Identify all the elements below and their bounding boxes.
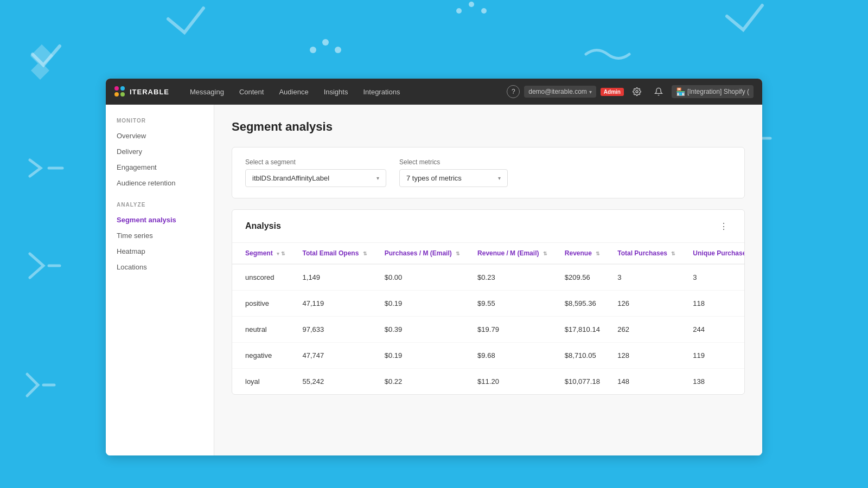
table-body: unscored 1,149 $0.00 $0.23 $209.56 3 3 $…	[232, 264, 745, 394]
sidebar-item-engagement[interactable]: Engagement	[106, 159, 214, 175]
col-purchases-m-email[interactable]: Purchases / M (Email) ⇅	[376, 243, 469, 264]
total-purchases-sort-icon: ⇅	[671, 251, 675, 256]
analysis-card: Analysis ⋮ Segment ▾ ⇅ Total Email Opens	[232, 209, 745, 395]
logo-dot-pink	[114, 86, 119, 91]
cell-revenue-m-1: $9.55	[469, 291, 556, 317]
sidebar-item-audience-retention[interactable]: Audience retention	[106, 175, 214, 191]
metrics-select[interactable]: 7 types of metrics ▾	[399, 169, 508, 187]
sidebar-item-segment-analysis[interactable]: Segment analysis	[106, 212, 214, 228]
analyze-label: ANALYZE	[106, 202, 214, 212]
sidebar-item-delivery[interactable]: Delivery	[106, 144, 214, 159]
cell-purchases-3: $0.19	[376, 343, 469, 369]
sidebar-item-heatmap[interactable]: Heatmap	[106, 243, 214, 259]
nav-items: Messaging Content Audience Insights Inte…	[182, 79, 507, 105]
revenue-sort-icon: ⇅	[596, 251, 600, 256]
col-total-purchases[interactable]: Total Purchases ⇅	[609, 243, 684, 264]
cell-total-opens-0: 1,149	[294, 264, 376, 291]
svg-point-6	[469, 2, 474, 7]
analysis-table: Segment ▾ ⇅ Total Email Opens ⇅ Purchase…	[232, 243, 745, 394]
main-layout: MONITOR Overview Delivery Engagement Aud…	[106, 105, 762, 455]
segment-filter-label: Select a segment	[245, 158, 386, 166]
filter-bar: Select a segment itblDS.brandAffinityLab…	[232, 147, 745, 198]
table-row: unscored 1,149 $0.00 $0.23 $209.56 3 3 $…	[232, 264, 745, 291]
cell-total-purchases-1: 126	[609, 291, 684, 317]
sidebar-item-overview[interactable]: Overview	[106, 128, 214, 144]
nav-project[interactable]: 🏪 [Integration] Shopify (	[672, 85, 754, 98]
col-unique-purchases[interactable]: Unique Purchases ⇅	[684, 243, 745, 264]
svg-rect-0	[30, 44, 53, 67]
cell-revenue-m-2: $19.79	[469, 317, 556, 343]
cell-segment-2: neutral	[232, 317, 294, 343]
app-container: ITERABLE Messaging Content Audience Insi…	[106, 79, 762, 455]
metrics-select-value: 7 types of metrics	[406, 174, 462, 182]
cell-segment-4: loyal	[232, 369, 294, 395]
cell-total-purchases-0: 3	[609, 264, 684, 291]
svg-rect-1	[31, 61, 49, 80]
cell-revenue-1: $8,595.36	[556, 291, 609, 317]
sidebar: MONITOR Overview Delivery Engagement Aud…	[106, 105, 214, 455]
metrics-filter-label: Select metrics	[399, 158, 508, 166]
nav-item-audience[interactable]: Audience	[271, 79, 316, 105]
monitor-label: MONITOR	[106, 118, 214, 128]
nav-item-content[interactable]: Content	[232, 79, 272, 105]
svg-point-18	[636, 91, 638, 93]
nav-item-messaging[interactable]: Messaging	[182, 79, 232, 105]
svg-point-7	[481, 8, 487, 14]
sidebar-item-time-series[interactable]: Time series	[106, 228, 214, 243]
cell-revenue-m-3: $9.68	[469, 343, 556, 369]
total-opens-sort-icon: ⇅	[363, 251, 367, 256]
cell-purchases-4: $0.22	[376, 369, 469, 395]
help-icon[interactable]: ?	[507, 85, 520, 98]
page-title: Segment analysis	[232, 120, 745, 134]
svg-point-2	[310, 47, 316, 53]
table-row: negative 47,747 $0.19 $9.68 $8,710.05 12…	[232, 343, 745, 369]
segment-select[interactable]: itblDS.brandAffinityLabel ▾	[245, 169, 386, 187]
cell-unique-purchases-1: 118	[684, 291, 745, 317]
cell-total-opens-3: 47,747	[294, 343, 376, 369]
col-revenue[interactable]: Revenue ⇅	[556, 243, 609, 264]
analysis-header: Analysis ⋮	[232, 210, 744, 243]
revenue-m-sort-icon: ⇅	[543, 251, 547, 256]
cell-total-opens-4: 55,242	[294, 369, 376, 395]
admin-badge: Admin	[601, 88, 624, 96]
table-row: neutral 97,633 $0.39 $19.79 $17,810.14 2…	[232, 317, 745, 343]
cell-total-opens-1: 47,119	[294, 291, 376, 317]
more-options-button[interactable]: ⋮	[716, 219, 731, 234]
cell-revenue-4: $10,077.18	[556, 369, 609, 395]
nav-item-integrations[interactable]: Integrations	[355, 79, 407, 105]
col-revenue-m-email[interactable]: Revenue / M (Email) ⇅	[469, 243, 556, 264]
table-row: positive 47,119 $0.19 $9.55 $8,595.36 12…	[232, 291, 745, 317]
cell-revenue-3: $8,710.05	[556, 343, 609, 369]
cell-purchases-1: $0.19	[376, 291, 469, 317]
segment-chevron-icon: ▾	[376, 175, 379, 181]
segment-filter-group: Select a segment itblDS.brandAffinityLab…	[245, 158, 386, 187]
logo-text: ITERABLE	[130, 88, 169, 96]
sidebar-item-locations[interactable]: Locations	[106, 259, 214, 275]
cell-unique-purchases-0: 3	[684, 264, 745, 291]
logo-dot-green	[120, 92, 125, 97]
col-segment[interactable]: Segment ▾ ⇅	[232, 243, 294, 264]
svg-point-4	[335, 47, 341, 53]
cell-segment-0: unscored	[232, 264, 294, 291]
cell-total-opens-2: 97,633	[294, 317, 376, 343]
nav-email[interactable]: demo@iterable.com ▾	[524, 86, 596, 98]
email-chevron-icon: ▾	[589, 89, 592, 95]
table-header-row: Segment ▾ ⇅ Total Email Opens ⇅ Purchase…	[232, 243, 745, 264]
nav-item-insights[interactable]: Insights	[316, 79, 356, 105]
cell-revenue-0: $209.56	[556, 264, 609, 291]
sidebar-analyze-section: ANALYZE Segment analysis Time series Hea…	[106, 202, 214, 275]
cell-unique-purchases-3: 119	[684, 343, 745, 369]
cell-total-purchases-2: 262	[609, 317, 684, 343]
logo-icon	[114, 86, 125, 97]
cell-revenue-m-0: $0.23	[469, 264, 556, 291]
cell-purchases-2: $0.39	[376, 317, 469, 343]
navbar-logo: ITERABLE	[114, 86, 169, 97]
svg-point-3	[322, 39, 329, 46]
sidebar-monitor-section: MONITOR Overview Delivery Engagement Aud…	[106, 118, 214, 191]
notifications-icon[interactable]	[650, 83, 667, 100]
settings-icon[interactable]	[628, 83, 646, 100]
segment-dropdown-icon: ▾ ⇅	[277, 251, 285, 256]
logo-dot-orange	[114, 92, 119, 97]
purchases-sort-icon: ⇅	[456, 251, 460, 256]
col-total-email-opens[interactable]: Total Email Opens ⇅	[294, 243, 376, 264]
